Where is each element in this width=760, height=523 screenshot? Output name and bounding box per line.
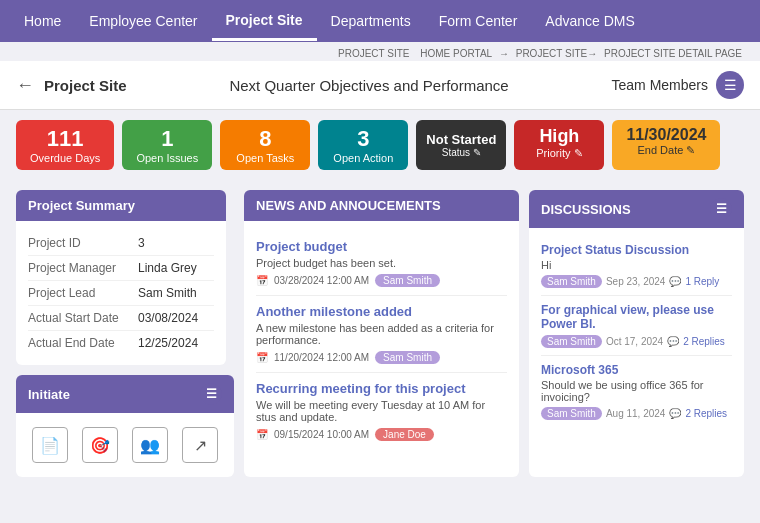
team-members-menu-button[interactable]: ☰ [716,71,744,99]
breadcrumb-arrow1: → [499,48,509,59]
disc-desc-2: Should we be using office 365 for invoic… [541,379,732,403]
disc-item-1: For graphical view, please use Power BI.… [541,296,732,356]
disc-title-2[interactable]: Microsoft 365 [541,363,732,377]
nav-home[interactable]: Home [10,3,75,39]
news-item-1: Another milestone added A new milestone … [256,296,507,373]
summary-row-start: Actual Start Date 03/08/2024 [28,306,214,331]
news-meta-2: 📅 09/15/2024 10:00 AM Jane Doe [256,428,507,441]
nav-form-center[interactable]: Form Center [425,3,532,39]
stat-overdue-days-label: Overdue Days [30,152,100,164]
news-author-1: Sam Smith [375,351,440,364]
initiate-share-icon[interactable]: ↗ [182,427,218,463]
nav-advance-dms[interactable]: Advance DMS [531,3,648,39]
summary-val-start: 03/08/2024 [138,311,198,325]
stat-open-action[interactable]: 3 Open Action [318,120,408,170]
summary-key-start: Actual Start Date [28,311,138,325]
news-title-0[interactable]: Project budget [256,239,507,254]
nav-departments[interactable]: Departments [317,3,425,39]
summary-row-manager: Project Manager Linda Grey [28,256,214,281]
disc-title-1[interactable]: For graphical view, please use Power BI. [541,303,732,331]
initiate-target-icon[interactable]: 🎯 [82,427,118,463]
discussions-header: DISCUSSIONS ☰ [529,190,744,228]
news-desc-1: A new milestone has been added as a crit… [256,322,507,346]
stat-priority[interactable]: High Priority ✎ [514,120,604,170]
disc-title-0[interactable]: Project Status Discussion [541,243,732,257]
summary-row-lead: Project Lead Sam Smith [28,281,214,306]
disc-author-0: Sam Smith [541,275,602,288]
disc-date-1: Oct 17, 2024 [606,336,663,347]
disc-replies-0: 1 Reply [685,276,719,287]
discussions-menu-button[interactable]: ☰ [710,198,732,220]
breadcrumb-part4: PROJECT SITE DETAIL PAGE [604,48,742,59]
summary-val-id: 3 [138,236,145,250]
section-title: Project Site [44,77,127,94]
stat-open-tasks[interactable]: 8 Open Tasks [220,120,310,170]
news-meta-0: 📅 03/28/2024 12:00 AM Sam Smith [256,274,507,287]
stat-overdue-days-num: 111 [30,126,100,152]
initiate-header: Initiate ☰ [16,375,234,413]
news-author-0: Sam Smith [375,274,440,287]
stat-open-issues[interactable]: 1 Open Issues [122,120,212,170]
summary-key-manager: Project Manager [28,261,138,275]
disc-chat-icon-1: 💬 [667,336,679,347]
initiate-team-icon[interactable]: 👥 [132,427,168,463]
breadcrumb: PROJECT SITE HOME PORTAL → PROJECT SITE→… [0,42,760,61]
news-author-2: Jane Doe [375,428,434,441]
news-title-2[interactable]: Recurring meeting for this project [256,381,507,396]
stat-priority-num: High [528,126,590,147]
stat-not-started[interactable]: Not Started Status ✎ [416,120,506,170]
stat-end-date-num: 11/30/2024 [626,126,706,144]
summary-key-id: Project ID [28,236,138,250]
stat-not-started-label: Status ✎ [442,147,481,158]
news-date-0: 03/28/2024 12:00 AM [274,275,369,286]
news-title-1[interactable]: Another milestone added [256,304,507,319]
stat-overdue-days[interactable]: 111 Overdue Days [16,120,114,170]
summary-row-id: Project ID 3 [28,231,214,256]
breadcrumb-part1: PROJECT SITE [338,48,410,59]
project-summary-title: Project Summary [28,198,135,213]
nav-employee-center[interactable]: Employee Center [75,3,211,39]
breadcrumb-part3: PROJECT SITE→ [516,48,598,59]
disc-meta-0: Sam Smith Sep 23, 2024 💬 1 Reply [541,275,732,288]
news-cal-icon-2: 📅 [256,429,268,440]
team-members-section: Team Members ☰ [612,71,744,99]
disc-author-1: Sam Smith [541,335,602,348]
initiate-doc-icon[interactable]: 📄 [32,427,68,463]
disc-date-0: Sep 23, 2024 [606,276,666,287]
disc-desc-0: Hi [541,259,732,271]
news-card: NEWS AND ANNOUCEMENTS Project budget Pro… [244,190,519,477]
breadcrumb-part2: HOME PORTAL [420,48,492,59]
project-summary-body: Project ID 3 Project Manager Linda Grey … [16,221,226,365]
news-header: NEWS AND ANNOUCEMENTS [244,190,519,221]
project-summary-header: Project Summary [16,190,226,221]
news-desc-2: We will be meeting every Tuesday at 10 A… [256,399,507,423]
stat-open-action-num: 3 [332,126,394,152]
disc-item-0: Project Status Discussion Hi Sam Smith S… [541,236,732,296]
summary-row-end: Actual End Date 12/25/2024 [28,331,214,355]
initiate-title: Initiate [28,387,70,402]
disc-author-2: Sam Smith [541,407,602,420]
disc-replies-1: 2 Replies [683,336,725,347]
discussions-title: DISCUSSIONS [541,202,631,217]
nav-project-site[interactable]: Project Site [212,2,317,41]
disc-replies-2: 2 Replies [685,408,727,419]
summary-val-end: 12/25/2024 [138,336,198,350]
back-button[interactable]: ← [16,75,34,96]
stat-end-date[interactable]: 11/30/2024 End Date ✎ [612,120,720,170]
stat-open-issues-label: Open Issues [136,152,198,164]
news-title: NEWS AND ANNOUCEMENTS [256,198,441,213]
stat-open-tasks-label: Open Tasks [234,152,296,164]
summary-val-manager: Linda Grey [138,261,197,275]
news-meta-1: 📅 11/20/2024 12:00 AM Sam Smith [256,351,507,364]
header-bar: ← Project Site Next Quarter Objectives a… [0,61,760,110]
navigation: Home Employee Center Project Site Depart… [0,0,760,42]
news-body: Project budget Project budget has been s… [244,221,519,459]
team-members-label: Team Members [612,77,708,93]
summary-val-lead: Sam Smith [138,286,197,300]
initiate-menu-button[interactable]: ☰ [200,383,222,405]
disc-meta-1: Sam Smith Oct 17, 2024 💬 2 Replies [541,335,732,348]
summary-key-lead: Project Lead [28,286,138,300]
page-title: Next Quarter Objectives and Performance [127,77,612,94]
news-desc-0: Project budget has been set. [256,257,507,269]
disc-chat-icon-2: 💬 [669,408,681,419]
